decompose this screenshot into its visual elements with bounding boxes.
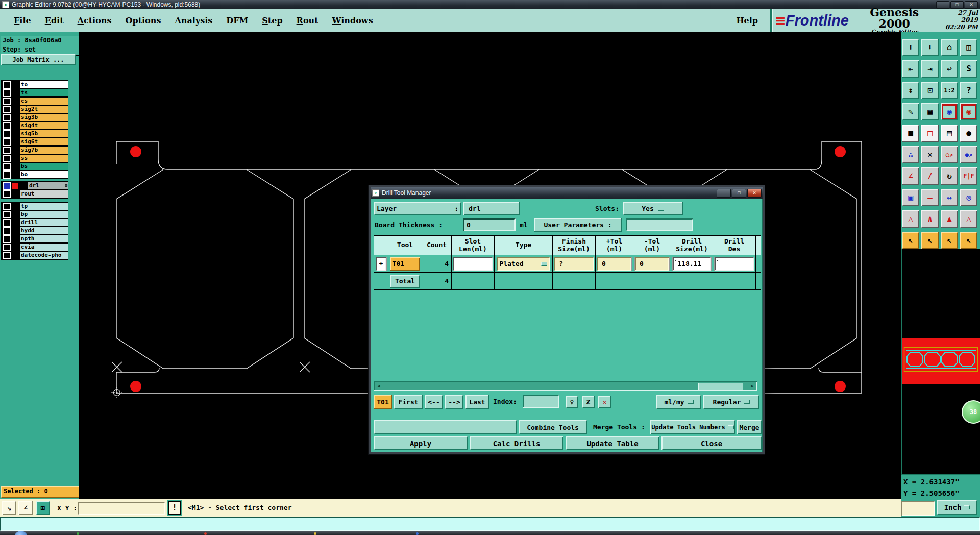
measure-gap-icon[interactable]: ↔ bbox=[941, 189, 958, 206]
truncate-d-icon[interactable]: △ bbox=[960, 210, 977, 228]
menu-dfm[interactable]: DFM bbox=[226, 16, 248, 26]
xy-input[interactable] bbox=[78, 502, 165, 515]
os-titlebar[interactable]: x Graphic Editor 9.07b2 (00@HY-HYCAM-PC1… bbox=[0, 0, 980, 9]
layer-row[interactable]: sig2t bbox=[2, 105, 68, 113]
layer-row[interactable]: to bbox=[2, 81, 68, 89]
scrollbar-thumb[interactable] bbox=[698, 383, 743, 390]
layer-row[interactable]: bp bbox=[2, 210, 68, 218]
select-cursor-icon[interactable]: ↖ bbox=[902, 232, 919, 249]
layer-visibility-checkbox[interactable] bbox=[3, 89, 11, 97]
close-button[interactable]: Close bbox=[662, 436, 762, 450]
layer-visibility-checkbox[interactable] bbox=[3, 190, 11, 198]
dialog-maximize-icon[interactable]: □ bbox=[732, 189, 746, 198]
angle-icon[interactable]: ∠ bbox=[902, 167, 919, 185]
angle-meter-icon[interactable]: ∠ bbox=[18, 501, 33, 515]
move-open-icon[interactable]: ○↗ bbox=[941, 146, 958, 163]
user-parameters-input[interactable] bbox=[626, 218, 693, 231]
zoom-ratio-icon[interactable]: 1:2 bbox=[941, 82, 958, 99]
dialog-close-icon[interactable]: ✕ bbox=[747, 189, 762, 198]
truncate-c-icon[interactable]: ▲ bbox=[941, 210, 958, 228]
view-next-icon[interactable]: ⬇ bbox=[921, 39, 939, 56]
index-input[interactable] bbox=[523, 395, 559, 408]
reshape-icon[interactable]: □ bbox=[921, 125, 939, 142]
pad-mode-icon[interactable]: ● bbox=[960, 125, 977, 142]
menu-rout[interactable]: Rout bbox=[297, 16, 318, 26]
pan-right-icon[interactable]: ⇥ bbox=[921, 60, 939, 78]
layer-button[interactable]: Layer: bbox=[374, 202, 461, 215]
taskbar-app-icon[interactable] bbox=[204, 532, 207, 535]
layer-visibility-checkbox[interactable] bbox=[3, 235, 11, 243]
menu-step[interactable]: Step bbox=[262, 16, 282, 26]
layer-row[interactable]: hydd bbox=[2, 227, 68, 235]
select-frame-icon[interactable]: ↖ bbox=[921, 232, 939, 249]
layer-visibility-checkbox[interactable] bbox=[3, 106, 11, 113]
copy-pad-icon[interactable]: ▣ bbox=[902, 189, 919, 206]
units-dropdown[interactable]: Inch bbox=[937, 500, 977, 515]
layer-row[interactable]: cvia bbox=[2, 243, 68, 251]
grid-icon[interactable]: ▦ bbox=[921, 103, 939, 120]
net-view-a-icon[interactable]: ◉ bbox=[941, 103, 958, 120]
layer-visibility-checkbox[interactable] bbox=[3, 211, 11, 218]
minus-tol-input[interactable]: 0 bbox=[635, 257, 669, 271]
layer-row[interactable]: ss bbox=[2, 154, 68, 162]
layer-row[interactable]: ts bbox=[2, 89, 68, 97]
highlight-bulb-icon[interactable]: ♀ bbox=[566, 396, 578, 408]
mirror-icon[interactable]: F|F bbox=[960, 167, 977, 185]
zoom-query-icon[interactable]: ? bbox=[960, 82, 977, 99]
finish-size-input[interactable]: ? bbox=[554, 257, 593, 271]
alert-icon[interactable]: ! bbox=[168, 501, 181, 515]
first-button[interactable]: First bbox=[394, 395, 423, 409]
resize-box-icon[interactable]: ↘ bbox=[2, 501, 16, 515]
layer-visibility-checkbox[interactable] bbox=[3, 81, 11, 89]
select-net-icon[interactable]: ↖ bbox=[960, 232, 977, 249]
slot-len-input[interactable] bbox=[453, 257, 492, 271]
layer-visibility-checkbox[interactable] bbox=[3, 114, 11, 121]
prev-button[interactable]: <-- bbox=[425, 395, 443, 409]
stretch-line-icon[interactable]: — bbox=[921, 189, 939, 206]
tool-id-button[interactable]: T01 bbox=[390, 257, 421, 271]
move-filled-icon[interactable]: ●↗ bbox=[960, 146, 977, 163]
calc-drills-button[interactable]: Calc Drills bbox=[470, 436, 564, 450]
type-dropdown[interactable]: Plated bbox=[497, 257, 550, 271]
rotate-icon[interactable]: ↻ bbox=[941, 167, 958, 185]
scroll-right-icon[interactable]: ▶ bbox=[749, 383, 756, 389]
menu-edit[interactable]: Edit bbox=[45, 16, 64, 26]
taskbar-app-icon[interactable] bbox=[314, 532, 316, 535]
busy-hourglass-icon[interactable]: Z bbox=[582, 396, 595, 408]
truncate-b-icon[interactable]: ∧ bbox=[921, 210, 939, 228]
units-mode-dropdown[interactable]: ml/my bbox=[656, 395, 701, 409]
display-mode-dropdown[interactable]: Regular bbox=[703, 395, 760, 409]
layer-row-drl-selected[interactable]: drl⊞ bbox=[2, 182, 68, 190]
net-view-b-icon[interactable]: ◉ bbox=[960, 103, 977, 120]
maximize-icon[interactable]: □ bbox=[950, 1, 964, 9]
home-view-icon[interactable]: ⌂ bbox=[941, 39, 958, 56]
truncate-a-icon[interactable]: △ bbox=[902, 210, 919, 228]
next-button[interactable]: --> bbox=[445, 395, 463, 409]
pan-left-icon[interactable]: ⇤ bbox=[902, 60, 919, 78]
layer-visibility-checkbox[interactable] bbox=[3, 227, 11, 235]
layer-visibility-checkbox[interactable] bbox=[3, 155, 11, 162]
combine-tools-button[interactable]: Combine Tools bbox=[519, 420, 587, 434]
layer-visibility-checkbox[interactable] bbox=[3, 147, 11, 154]
zoom-center-icon[interactable]: ⊡ bbox=[921, 82, 939, 99]
layer-visibility-checkbox[interactable] bbox=[3, 244, 11, 251]
layer-name-input[interactable]: drl bbox=[463, 202, 520, 215]
ruler-icon[interactable]: ▤ bbox=[941, 125, 958, 142]
update-table-button[interactable]: Update Table bbox=[566, 436, 659, 450]
layer-row[interactable]: sig5b bbox=[2, 130, 68, 138]
merge-option-dropdown[interactable]: Update Tools Numbers bbox=[650, 420, 735, 434]
undo-view-icon[interactable]: ↩ bbox=[941, 60, 958, 78]
close-icon[interactable]: ✕ bbox=[965, 1, 978, 9]
menu-actions[interactable]: Actions bbox=[78, 16, 112, 26]
drill-size-input[interactable]: 118.11 bbox=[673, 257, 711, 271]
taskbar-app-icon[interactable] bbox=[416, 532, 419, 535]
layer-visibility-checkbox[interactable] bbox=[3, 130, 11, 138]
dialog-titlebar[interactable]: x Drill Tool Manager — □ ✕ bbox=[371, 187, 763, 199]
layer-visibility-checkbox[interactable] bbox=[3, 122, 11, 130]
quad-grid-icon[interactable]: ⊞ bbox=[36, 501, 50, 515]
menu-windows[interactable]: Windows bbox=[332, 16, 373, 26]
menu-options[interactable]: Options bbox=[126, 16, 161, 26]
merge-shapes-icon[interactable]: ◎ bbox=[960, 189, 977, 206]
view-prev-icon[interactable]: ⬆ bbox=[902, 39, 919, 56]
layer-visibility-checkbox[interactable] bbox=[3, 163, 11, 171]
